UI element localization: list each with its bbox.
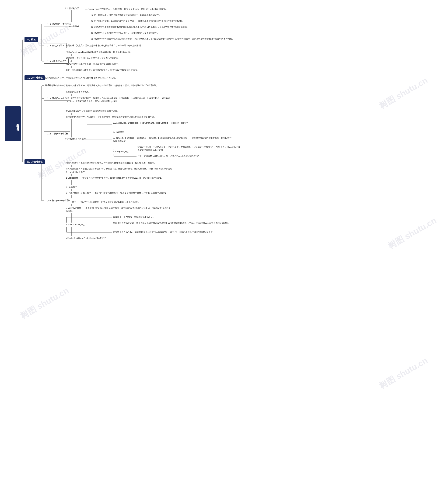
node-s3intro: 用通用对话框控件除了能建立文件对话框外，还可以建立其他一些对话框，包括颜色对话框…	[44, 83, 159, 88]
node-s3c2l1: 在Visual Basic中，字体通过Font对话框或字体属性设置。	[65, 109, 120, 113]
node-s3c3l2: 打印对话框除具有前面讲过的CancelFrror、DialogTitle、Hel…	[65, 167, 173, 174]
node-s3c3l3fc: 如果该属性设为False，则对打印设置的改变不会保存在Win.ini文件中，并且…	[112, 230, 216, 234]
node-s1c1c2l1: （1）在一般情况下，用户没有必要改变对话框的大小，因此其边框是固定的。	[88, 13, 162, 17]
node-s1c3l1: 用MsgBox和InputBox函数可以建立简单的对话框，即信息框和输入框。	[65, 50, 133, 54]
node-s1c2l1: 如前所述，预定义对话框(信息框和输入框)很容易建立，但在应用上有一定的限制。	[65, 43, 144, 48]
node-s1c3l4: 为此，Visual Basic6.0提供了通用对话框控件，用它可以定义较复杂的对…	[65, 68, 140, 72]
node-s1c1c1: 1.对话框的分类	[65, 7, 79, 10]
node-s3c3l3e: 5.Max和Min属性——用来限制FromPage和ToPage的范围，其中Mi…	[65, 206, 173, 213]
node-s2l1: 文件对话框分为两种，即打开(Open)文件对话框和保存(Save As)文件对话…	[44, 76, 118, 80]
node-s3c2c1l4a: 字体大小用点(一个点的高度是1/72英寸)量度，在默认情况下，字体大小的范围为1…	[137, 145, 242, 152]
node-s3c2c1l1: 1.CancelError、DialogTitle、HelpCommand、He…	[112, 121, 189, 125]
node-s3c1l2: 它具有与文件对话框相同的一般属性，包括CancelError、DialogTit…	[65, 96, 173, 103]
node-s1c2: （二）自定义对话框	[44, 43, 66, 48]
node-s3c3l3g: #JEpXiztEmitShowPrintekActionFIt(=5)712.	[65, 236, 107, 240]
node-s3c2c1l4: 4.Max和Min属性	[112, 150, 130, 154]
node-s1c1c1l1: Visual Basic中的对话框分为3种类型，即预定义对话框、自定义对话框和通…	[88, 7, 169, 11]
node-s3c2c1l4b: 注意，在设置Max和Min属性之前，必须把Flags属性值设置为8192。	[137, 154, 202, 158]
node-s3c2c1l2: 2.Flags属性	[112, 130, 125, 134]
node-s3c3l3fa: 该属性是一个布尔值，在默认情况下为True。	[112, 215, 156, 219]
mind-map: Visual Basic中的对话框分为3种类型，即预定义对话框、自定义对话框和通…	[3, 3, 424, 476]
node-s3c3: （三）打印(Printer)对话框	[44, 198, 72, 203]
node-s3c2l2: 利用通用对话框控件，可以建立一个字体对话框，并可在该对话框中设置应用程序所需要的…	[65, 115, 157, 119]
node-s1c3: （三）通用对话框控件	[44, 59, 69, 64]
node-s1c1c2l4: （4）对话框中不是应用程序的主要工作区，只是临时使用，使用后就关闭。	[88, 31, 160, 35]
node-s3c2c1l3: 3.FontBold、FontItalic、FontName、FontSize、…	[112, 136, 235, 143]
node-s3c3l3f: 6.PrinterDefault属性	[65, 223, 86, 227]
node-s3: 三、其他对话框	[24, 159, 45, 164]
node-s1c1: （一）对话框的分类与特点	[44, 22, 73, 26]
node-s1c1c2l2: （2）为了退出对话框，必须单击其中的某个按钮，不能通过单击对话框外部的某个地方来…	[88, 19, 185, 23]
node-s3c3l3a: 1.Copies属性——指定要打印的文档的排贝数，如果把Flags属性值设置为2…	[65, 176, 164, 180]
node-s1c3l2: 如果需要，也可以用上面介绍的方法，定义自己的对话框。	[65, 56, 121, 60]
node-root: 计算机二级知识点对话框	[5, 106, 21, 141]
node-s1c1c2l5: （5）对话框中控件的属性可以在设计阶段设置，但在有些情况下，必须在运行时(即在代…	[88, 37, 235, 41]
node-s2: 二、文件对话框	[24, 75, 45, 80]
node-s3c3l3d: 4.hDC属性——分配给打印机的句柄，用来识别对象的设备环境，用于API调用。	[65, 200, 141, 204]
node-s1: 一、概述	[24, 37, 38, 42]
node-s3c3l3b: 2.Flags属性	[65, 185, 78, 189]
node-s3c3l1: 用打印对话框可以选择要使用的打印机，并可为打印处理指定相应的选项，如打印范围、数…	[65, 161, 157, 165]
node-s1c1c2l3: （3）在对话框中不能有最大化按钮(Max Button)和最小化按钮(Min B…	[88, 25, 190, 29]
node-s3c1l1: 颜色对话框用来设置颜色。	[65, 90, 92, 94]
node-s3c3l3c: 3.FromPage和ToPage属性——指定要打印文档的页范围，如果要使用这两…	[65, 191, 169, 195]
node-s3c3l3fb: 当该属性设置为True时，如果选择了不同的打印设置(如将Fax作为默认打印机等)…	[112, 221, 231, 225]
node-s3c1: （一）颜色(Color)对话框	[44, 96, 71, 101]
node-s1c3l3: 当要定义的对话框较复杂时，将会花费较多的时间和精力。	[65, 62, 121, 66]
node-s3c2: （二）字体(Font)对话框	[44, 131, 70, 136]
node-s3c2c1: 字体对话框具有的属性	[65, 137, 86, 140]
